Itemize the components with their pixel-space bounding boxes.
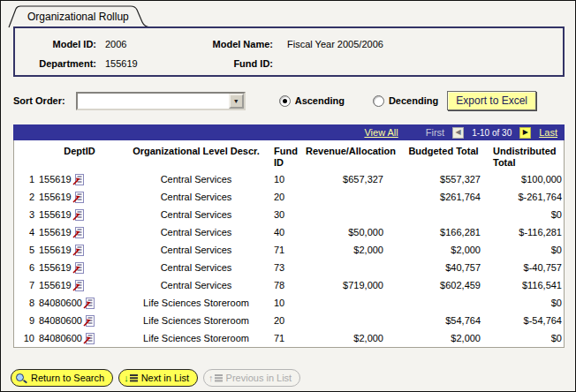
org-level-cell: Life Sciences Storeroom [122, 294, 270, 312]
dept-id-value: 155619 [39, 209, 72, 220]
row-number: 2 [14, 188, 37, 206]
organizational-rollup-page: Organizational Rollup Model ID: 2006 Mod… [0, 0, 576, 392]
org-level-cell: Central Services [122, 206, 270, 223]
drilldown-icon[interactable] [72, 227, 84, 238]
fund-id-cell: 20 [270, 312, 302, 329]
last-link[interactable]: Last [539, 127, 557, 138]
revenue-cell: $2,000 [302, 241, 399, 259]
radio-unselected-icon[interactable] [373, 95, 384, 107]
budgeted-cell: $166,281 [399, 223, 488, 241]
dept-id-value: 84080600 [39, 315, 82, 326]
return-to-search-button[interactable]: Return to Search [11, 369, 113, 387]
budgeted-cell: $261,764 [399, 188, 488, 206]
drilldown-icon[interactable] [72, 174, 84, 185]
budgeted-cell: $2,000 [399, 241, 488, 259]
next-in-list-label: Next in List [141, 373, 189, 383]
model-info-row-2: Department: 155619 Fund ID: [15, 54, 563, 73]
dept-id-value: 155619 [39, 262, 72, 273]
fund-id-cell: 73 [270, 259, 302, 276]
revenue-cell [302, 188, 399, 206]
dept-id-cell: 84080600 [37, 312, 122, 329]
model-id-value: 2006 [105, 39, 193, 49]
dept-id-cell: 155619 [37, 276, 122, 294]
dept-id-value: 155619 [39, 192, 72, 202]
budgeted-cell [399, 294, 488, 312]
drilldown-icon[interactable] [83, 333, 95, 344]
ascending-label: Ascending [295, 95, 345, 106]
revenue-cell [302, 259, 399, 276]
drilldown-icon[interactable] [72, 280, 84, 291]
drilldown-icon[interactable] [72, 209, 84, 221]
model-id-label: Model ID: [15, 39, 96, 49]
row-number: 10 [14, 329, 37, 347]
table-row: 9 84080600 Life Sciences Storeroom 20 [14, 312, 564, 329]
row-number: 9 [14, 312, 37, 329]
undistributed-cell: $0 [488, 329, 564, 347]
table-body: 1 155619 Central Services 10 $657,327 [14, 170, 564, 347]
chevron-down-icon: ▼ [233, 98, 239, 104]
budgeted-cell: $54,764 [399, 312, 488, 329]
fund-id-cell: 10 [270, 294, 302, 312]
row-number: 5 [14, 241, 37, 259]
budgeted-cell: $602,459 [399, 276, 488, 294]
table-row: 5 155619 Central Services 71 $2,000 [14, 241, 564, 259]
first-link: First [426, 127, 444, 138]
undistributed-cell: $0 [488, 294, 564, 312]
org-level-cell: Central Services [122, 241, 270, 259]
fund-id-cell: 40 [270, 223, 302, 241]
combo-dropdown-button[interactable]: ▼ [229, 94, 244, 109]
grid-navigation-bar: View All First ◀ 1-10 of 30 ▶ Last [13, 124, 565, 140]
previous-in-list-button: ↑ Previous in List [203, 369, 300, 387]
dept-id-cell: 155619 [37, 170, 122, 188]
return-to-search-label: Return to Search [31, 373, 104, 383]
drilldown-icon[interactable] [83, 298, 95, 309]
down-arrow-list-icon: ↓ [124, 373, 138, 383]
drilldown-icon[interactable] [72, 245, 84, 256]
col-header-deptid: DeptID [37, 140, 122, 170]
rollup-table: DeptID Organizational Level Descr. Fund … [14, 140, 564, 347]
model-info-row-1: Model ID: 2006 Model Name: Fiscal Year 2… [15, 34, 563, 54]
radio-descending[interactable]: Decending [373, 95, 438, 107]
undistributed-cell: $0 [488, 206, 564, 223]
tab-organizational-rollup[interactable]: Organizational Rollup [8, 5, 160, 27]
drilldown-icon[interactable] [83, 315, 95, 327]
table-row: 4 155619 Central Services 40 $50,000 [14, 223, 564, 241]
sort-order-select[interactable]: ▼ [76, 92, 246, 110]
org-level-cell: Central Services [122, 170, 270, 188]
dept-id-value: 155619 [39, 174, 72, 185]
org-level-cell: Central Services [122, 223, 270, 241]
model-name-label: Model Name: [193, 39, 273, 49]
col-header-rownum [14, 140, 37, 170]
search-icon [16, 373, 27, 384]
drilldown-icon[interactable] [72, 262, 84, 274]
export-to-excel-button[interactable]: Export to Excel [447, 91, 536, 110]
descending-label: Decending [389, 95, 438, 106]
fund-id-cell: 30 [270, 206, 302, 223]
fund-id-cell: 10 [270, 170, 302, 188]
next-in-list-button[interactable]: ↓ Next in List [118, 369, 198, 387]
sort-order-label: Sort Order: [13, 95, 65, 106]
table-row: 8 84080600 Life Sciences Storeroom 10 [14, 294, 564, 312]
table-row: 1 155619 Central Services 10 $657,327 [14, 170, 564, 188]
tab-label: Organizational Rollup [27, 11, 129, 23]
radio-selected-icon[interactable] [279, 95, 291, 107]
table-row: 3 155619 Central Services 30 [14, 206, 564, 223]
undistributed-cell: $116,541 [488, 276, 564, 294]
table-row: 10 84080600 Life Sciences Storeroom 71 $ [14, 329, 564, 347]
view-all-link[interactable]: View All [364, 127, 398, 138]
results-grid: DeptID Organizational Level Descr. Fund … [13, 140, 565, 348]
budgeted-cell [399, 206, 488, 223]
drilldown-icon[interactable] [72, 192, 84, 203]
footer-toolbar: Return to Search ↓ Next in List ↑ Previo… [11, 369, 300, 387]
row-number: 1 [14, 170, 37, 188]
dept-id-value: 84080600 [39, 333, 82, 343]
table-row: 2 155619 Central Services 20 $261 [14, 188, 564, 206]
undistributed-cell: $-40,757 [488, 259, 564, 276]
undistributed-cell: $-261,764 [488, 188, 564, 206]
radio-ascending[interactable]: Ascending [279, 95, 345, 107]
previous-page-button: ◀ [452, 127, 464, 139]
col-header-revenue: Revenue/Allocation [302, 140, 399, 170]
next-page-button[interactable]: ▶ [519, 127, 531, 139]
dept-id-cell: 84080600 [37, 294, 122, 312]
department-label: Department: [15, 58, 96, 69]
